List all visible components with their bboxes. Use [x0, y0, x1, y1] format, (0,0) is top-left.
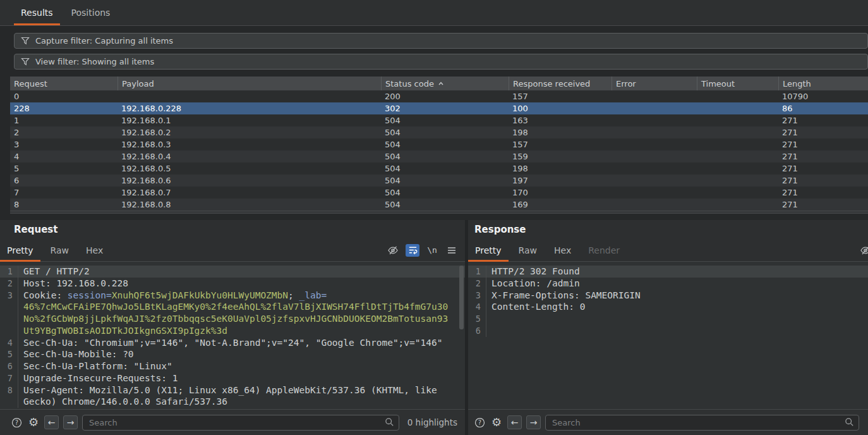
tab-positions-label: Positions — [71, 8, 111, 18]
cell-length: 86 — [778, 102, 868, 114]
tab-results[interactable]: Results — [14, 0, 60, 25]
previous-match-button[interactable]: ← — [507, 415, 522, 429]
search-settings-gear-icon[interactable]: ⚙ — [490, 416, 503, 429]
code-line: 8User-Agent: Mozilla/5.0 (X11; Linux x86… — [0, 384, 465, 396]
column-header-label: Request — [14, 79, 47, 89]
word-wrap-toggle-icon[interactable] — [406, 244, 419, 257]
table-row[interactable]: 6192.168.0.6504197271 — [10, 175, 868, 187]
line-number: 3 — [0, 290, 13, 302]
response-search-input[interactable] — [545, 415, 859, 431]
response-search-toolbar: ? ⚙ ← → — [468, 409, 868, 435]
cell-length: 271 — [778, 138, 868, 150]
cell-timeout — [697, 102, 778, 114]
next-match-button[interactable]: → — [526, 415, 541, 429]
code-line-text: Host: 192.168.0.228 — [23, 278, 128, 290]
column-header-error[interactable]: Error — [612, 77, 697, 90]
table-row[interactable]: 5192.168.0.5504198271 — [10, 162, 868, 175]
table-row[interactable]: 228192.168.0.22830210086 — [10, 102, 868, 114]
response-tab-render: Render — [581, 239, 627, 261]
request-tab-pretty[interactable]: Pretty — [0, 239, 40, 261]
line-number: 4 — [468, 301, 481, 313]
cell-error — [612, 138, 697, 150]
request-editor-scrollbar[interactable] — [459, 266, 464, 329]
column-header-received[interactable]: Response received — [509, 77, 612, 90]
tab-positions[interactable]: Positions — [64, 0, 118, 25]
response-editor-icons — [859, 239, 868, 261]
code-line: 3X-Frame-Options: SAMEORIGIN — [468, 290, 868, 302]
cell-payload: 192.168.0.8 — [118, 199, 381, 211]
newline-display-icon[interactable]: \n — [425, 244, 439, 257]
code-line-text: GET / HTTP/2 — [23, 266, 90, 278]
column-header-payload[interactable]: Payload — [118, 77, 381, 90]
table-row[interactable]: 8192.168.0.8504169271 — [10, 199, 868, 211]
capture-filter-bar[interactable]: Capture filter: Capturing all items — [14, 33, 868, 49]
line-number: 2 — [0, 278, 13, 290]
table-row[interactable]: 3192.168.0.3504157271 — [10, 138, 868, 150]
request-panel: Request PrettyRawHex \n — [0, 220, 465, 435]
next-match-button[interactable]: → — [63, 415, 78, 429]
help-icon[interactable]: ? — [10, 416, 23, 429]
table-row[interactable]: 2192.168.0.2504198271 — [10, 126, 868, 138]
code-line: 46%7cMCwCFAiPE7QhwJo5LBtKLagEMKy0%2f4eeA… — [0, 301, 465, 313]
response-tab-hex[interactable]: Hex — [547, 239, 578, 261]
cell-timeout — [697, 150, 778, 162]
cell-payload: 192.168.0.4 — [118, 150, 381, 162]
gutter-separator — [18, 396, 23, 408]
search-settings-gear-icon[interactable]: ⚙ — [27, 416, 40, 429]
cell-status: 504 — [381, 187, 509, 199]
line-number: 6 — [468, 325, 481, 337]
cell-timeout — [697, 162, 778, 175]
column-header-timeout[interactable]: Timeout — [697, 77, 778, 90]
cell-status: 504 — [381, 150, 509, 162]
code-line-text: Sec-Ch-Ua-Platform: "Linux" — [23, 360, 172, 372]
table-row[interactable]: 4192.168.0.4504159271 — [10, 150, 868, 162]
request-tab-hex[interactable]: Hex — [79, 239, 110, 261]
cell-received: 157 — [509, 90, 612, 102]
line-number: 7 — [0, 372, 13, 384]
gutter-separator — [18, 348, 23, 360]
cell-payload: 192.168.0.1 — [118, 114, 381, 126]
request-search-toolbar: ? ⚙ ← → 0 highlights — [0, 409, 465, 435]
code-line: 7Upgrade-Insecure-Requests: 1 — [0, 372, 465, 384]
code-line-text: Content-Length: 0 — [491, 301, 585, 313]
column-header-label: Response received — [513, 79, 590, 89]
column-header-status[interactable]: Status code — [381, 77, 509, 90]
funnel-icon — [21, 58, 30, 66]
table-row[interactable]: 020015710790 — [10, 90, 868, 102]
column-header-request[interactable]: Request — [10, 77, 118, 90]
table-row[interactable]: 1192.168.0.1504163271 — [10, 114, 868, 126]
request-editor[interactable]: 1GET / HTTP/22Host: 192.168.0.2283Cookie… — [0, 262, 465, 409]
show-nonprintable-off-icon[interactable] — [859, 244, 868, 257]
previous-match-button[interactable]: ← — [44, 415, 59, 429]
column-header-label: Timeout — [701, 79, 735, 89]
capture-filter-label: Capture filter: Capturing all items — [35, 36, 173, 46]
editor-menu-icon[interactable] — [445, 244, 459, 257]
cell-error — [612, 162, 697, 175]
response-panel-title: Response — [468, 220, 868, 239]
column-header-label: Length — [783, 79, 811, 89]
cell-error — [612, 199, 697, 211]
request-tab-raw[interactable]: Raw — [44, 239, 76, 261]
cell-request: 7 — [10, 187, 118, 199]
request-editor-icons: \n — [386, 239, 459, 261]
cell-payload: 192.168.0.5 — [118, 162, 381, 175]
view-filter-bar[interactable]: View filter: Showing all items — [14, 54, 868, 70]
table-row[interactable]: 7192.168.0.7504170271 — [10, 187, 868, 199]
column-header-length[interactable]: Length — [778, 77, 868, 90]
code-line: 4Sec-Ch-Ua: "Chromium";v="146", "Not-A.B… — [0, 337, 465, 349]
gutter-separator — [18, 290, 23, 302]
code-line: 5 — [468, 313, 868, 325]
gutter-separator — [18, 325, 23, 337]
cell-received: 197 — [509, 175, 612, 187]
cell-timeout — [697, 126, 778, 138]
response-editor[interactable]: 1HTTP/2 302 Found2Location: /admin3X-Fra… — [468, 262, 868, 409]
show-nonprintable-off-icon[interactable] — [386, 244, 400, 257]
code-line-text: Upgrade-Insecure-Requests: 1 — [23, 372, 178, 384]
request-search-input[interactable] — [82, 415, 399, 431]
cell-timeout — [697, 114, 778, 126]
help-icon[interactable]: ? — [473, 416, 486, 429]
response-tab-raw[interactable]: Raw — [512, 239, 544, 261]
cell-error — [612, 102, 697, 114]
response-tab-pretty[interactable]: Pretty — [468, 239, 509, 261]
code-line-text: X-Frame-Options: SAMEORIGIN — [491, 290, 641, 302]
